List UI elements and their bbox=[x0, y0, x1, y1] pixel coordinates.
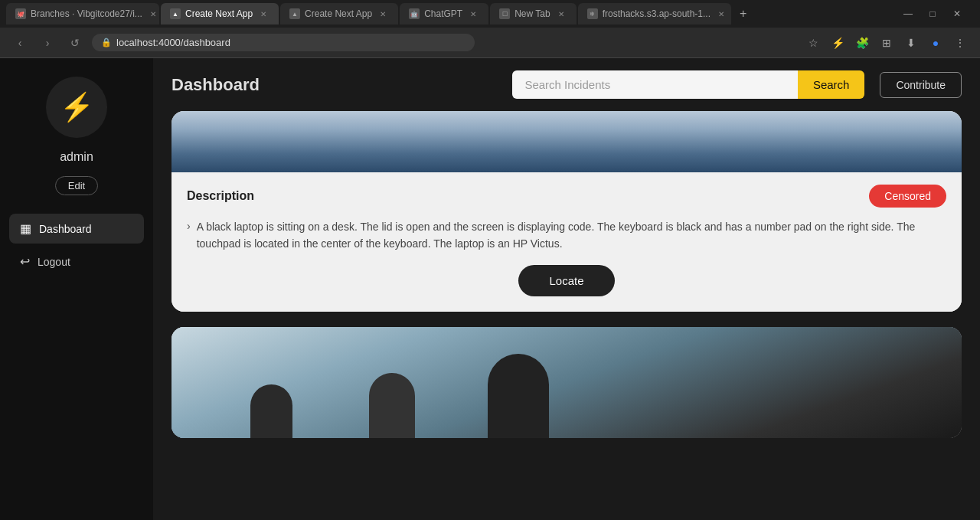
tab-github[interactable]: 🐙 Branches · Vibgitcode27/i... ✕ bbox=[6, 3, 159, 25]
card-image-people bbox=[172, 327, 962, 438]
tab-chatgpt[interactable]: 🤖 ChatGPT ✕ bbox=[400, 3, 488, 25]
tab-close-frosthacks[interactable]: ✕ bbox=[715, 8, 727, 20]
extensions-button[interactable]: ⊞ bbox=[876, 32, 897, 54]
page-title: Dashboard bbox=[172, 75, 260, 95]
window-controls: — □ ✕ bbox=[897, 6, 974, 21]
tab-label-2: Create Next App bbox=[305, 8, 372, 19]
avatar: ⚡ bbox=[46, 77, 107, 138]
description-label: Description bbox=[187, 189, 254, 203]
card-body-1: Description Censored › A black laptop is… bbox=[172, 172, 962, 312]
sidebar-item-logout[interactable]: ↩ Logout bbox=[9, 247, 144, 276]
page-header: Dashboard Search Contribute bbox=[153, 58, 980, 111]
sidebar-item-dashboard[interactable]: ▦ Dashboard bbox=[9, 214, 144, 244]
profile-icon[interactable]: ● bbox=[925, 32, 946, 54]
chevron-right-icon: › bbox=[187, 220, 191, 232]
bookmark-icon[interactable]: ☆ bbox=[802, 32, 824, 54]
lightning-icon: ⚡ bbox=[60, 91, 94, 123]
tab-label-active: Create Next App bbox=[185, 8, 253, 19]
address-bar: ‹ › ↺ 🔒 localhost:4000/dashboard ☆ ⚡ 🧩 ⊞… bbox=[0, 28, 980, 58]
next-favicon-2: ▲ bbox=[289, 8, 300, 19]
extension-icon-2[interactable]: 🧩 bbox=[851, 32, 873, 54]
lock-icon: 🔒 bbox=[101, 38, 112, 47]
maximize-button[interactable]: □ bbox=[922, 6, 943, 21]
back-button[interactable]: ‹ bbox=[9, 32, 31, 54]
card-header-row: Description Censored bbox=[187, 185, 946, 208]
censored-badge: Censored bbox=[869, 185, 946, 208]
tab-close-2[interactable]: ✕ bbox=[377, 8, 389, 20]
incident-card-1: Description Censored › A black laptop is… bbox=[172, 111, 962, 312]
frosthacks-favicon: ❄ bbox=[587, 8, 598, 19]
tab-label-newtab: New Tab bbox=[514, 8, 550, 19]
tab-label-chatgpt: ChatGPT bbox=[424, 8, 462, 19]
tab-create-next-app-2[interactable]: ▲ Create Next App ✕ bbox=[280, 3, 398, 25]
tab-create-next-app-active[interactable]: ▲ Create Next App ✕ bbox=[161, 3, 279, 25]
address-input[interactable]: 🔒 localhost:4000/dashboard bbox=[92, 34, 475, 51]
tab-close-github[interactable]: ✕ bbox=[147, 8, 159, 20]
logout-label: Logout bbox=[38, 256, 70, 268]
tab-add-button[interactable]: + bbox=[733, 3, 754, 25]
main-content: Dashboard Search Contribute Description … bbox=[153, 58, 980, 520]
tab-close-active[interactable]: ✕ bbox=[257, 8, 270, 20]
address-text: localhost:4000/dashboard bbox=[116, 37, 230, 48]
cards-area: Description Censored › A black laptop is… bbox=[153, 111, 980, 456]
logout-icon: ↩ bbox=[20, 254, 30, 269]
download-icon[interactable]: ⬇ bbox=[900, 32, 922, 54]
dashboard-icon: ▦ bbox=[20, 221, 31, 236]
card-description-text: A black laptop is sitting on a desk. The… bbox=[197, 218, 946, 253]
next-favicon-active: ▲ bbox=[170, 8, 181, 19]
extension-icon-1[interactable]: ⚡ bbox=[827, 32, 848, 54]
incident-card-2 bbox=[172, 327, 962, 438]
search-button[interactable]: Search bbox=[798, 70, 865, 99]
tab-close-chatgpt[interactable]: ✕ bbox=[467, 8, 479, 20]
browser-chrome: 🐙 Branches · Vibgitcode27/i... ✕ ▲ Creat… bbox=[0, 0, 980, 58]
browser-toolbar-icons: ☆ ⚡ 🧩 ⊞ ⬇ ● ⋮ bbox=[802, 32, 971, 54]
dashboard-label: Dashboard bbox=[39, 223, 92, 235]
nav-menu: ▦ Dashboard ↩ Logout bbox=[9, 214, 144, 276]
app-wrapper: ⚡ admin Edit ▦ Dashboard ↩ Logout Dashbo… bbox=[0, 58, 980, 520]
menu-button[interactable]: ⋮ bbox=[949, 32, 971, 54]
search-input[interactable] bbox=[512, 70, 797, 99]
locate-button[interactable]: Locate bbox=[518, 265, 614, 296]
chatgpt-favicon: 🤖 bbox=[409, 8, 420, 19]
sidebar: ⚡ admin Edit ▦ Dashboard ↩ Logout bbox=[0, 58, 153, 520]
search-container: Search bbox=[512, 70, 864, 99]
tab-close-newtab[interactable]: ✕ bbox=[555, 8, 567, 20]
username: admin bbox=[60, 150, 93, 164]
reload-button[interactable]: ↺ bbox=[64, 32, 86, 54]
tab-label-frosthacks: frosthacks.s3.ap-south-1... bbox=[603, 8, 710, 19]
contribute-button[interactable]: Contribute bbox=[880, 72, 962, 98]
close-button[interactable]: ✕ bbox=[946, 6, 968, 21]
forward-button[interactable]: › bbox=[37, 32, 58, 54]
newtab-favicon: ☐ bbox=[499, 8, 510, 19]
tab-bar: 🐙 Branches · Vibgitcode27/i... ✕ ▲ Creat… bbox=[0, 0, 980, 28]
tab-newtab[interactable]: ☐ New Tab ✕ bbox=[490, 3, 576, 25]
card-text-row: › A black laptop is sitting on a desk. T… bbox=[187, 218, 946, 253]
tab-label: Branches · Vibgitcode27/i... bbox=[31, 8, 142, 19]
edit-button[interactable]: Edit bbox=[55, 176, 98, 195]
minimize-button[interactable]: — bbox=[897, 6, 919, 21]
card-image-laptop bbox=[172, 111, 962, 172]
github-favicon: 🐙 bbox=[15, 8, 26, 19]
tab-frosthacks[interactable]: ❄ frosthacks.s3.ap-south-1... ✕ bbox=[578, 3, 731, 25]
